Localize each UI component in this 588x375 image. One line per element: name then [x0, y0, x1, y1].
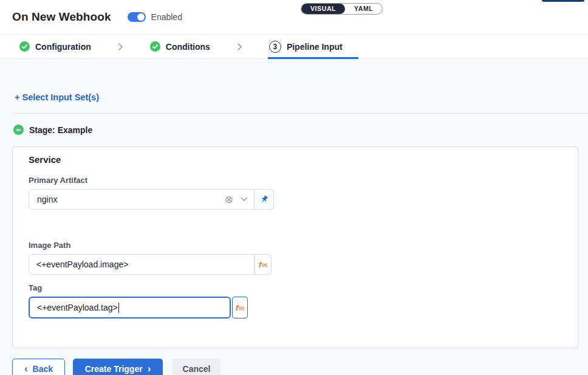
fx-sub-glyph: (x): [239, 306, 244, 310]
chevron-left-icon: ‹: [24, 363, 28, 374]
cd-stage-icon: ∞: [13, 125, 24, 135]
expression-fx-button[interactable]: f(x): [255, 254, 272, 275]
fx-sub-glyph: (x): [262, 263, 267, 267]
tab-pipeline-input[interactable]: 3 Pipeline Input: [268, 35, 358, 58]
main-content: + Select Input Set(s) ∞ Stage: Example S…: [0, 59, 588, 375]
select-input-sets-link[interactable]: + Select Input Set(s): [15, 91, 99, 103]
image-path-label: Image Path: [29, 241, 562, 250]
wizard-tabbar: Configuration Conditions 3 Pipeline Inpu…: [0, 35, 588, 59]
back-button[interactable]: ‹ Back: [12, 359, 65, 375]
create-trigger-label: Create Trigger: [85, 364, 143, 374]
tag-label: Tag: [29, 283, 562, 292]
page-title: On New Webhook: [12, 10, 111, 24]
primary-artifact-label: Primary Artifact: [29, 176, 562, 185]
image-path-control: f(x): [29, 254, 562, 275]
back-label: Back: [33, 364, 53, 374]
fx-glyph: f: [236, 303, 238, 312]
create-trigger-button[interactable]: Create Trigger ›: [73, 359, 163, 375]
check-icon: [19, 41, 30, 52]
yaml-tab[interactable]: YAML: [345, 4, 382, 14]
primary-artifact-input[interactable]: [37, 194, 225, 204]
tag-control: <+eventPayload.tag> f(x): [29, 297, 562, 318]
tab-configuration[interactable]: Configuration: [18, 35, 92, 58]
primary-artifact-select: ⊗: [29, 189, 255, 210]
toggle-knob: [137, 13, 145, 21]
stage-label: Stage: Example: [29, 125, 92, 135]
tab-label: Configuration: [35, 42, 91, 52]
tab-conditions[interactable]: Conditions: [149, 35, 211, 58]
check-icon: [150, 41, 160, 52]
chevron-right-icon: [236, 35, 243, 58]
chevron-right-icon: ›: [148, 363, 151, 374]
pin-icon: [258, 193, 270, 205]
tab-label: Pipeline Input: [287, 42, 343, 52]
visual-tab[interactable]: VISUAL: [301, 4, 345, 14]
service-card: Service Primary Artifact ⊗ Image Path f(…: [12, 146, 578, 348]
chevron-right-icon: [117, 35, 124, 58]
enabled-toggle-wrap: Enabled: [128, 12, 182, 22]
step-number-badge: 3: [269, 41, 281, 53]
text-cursor: [118, 303, 120, 313]
service-heading: Service: [29, 154, 562, 165]
enabled-toggle[interactable]: [128, 12, 146, 22]
image-path-input[interactable]: [36, 260, 247, 269]
fx-glyph: f: [259, 260, 261, 269]
expression-fx-button[interactable]: f(x): [232, 297, 248, 318]
tab-label: Conditions: [166, 42, 210, 52]
chevron-down-icon[interactable]: [241, 197, 248, 202]
partial-button-top-right[interactable]: [542, 0, 584, 2]
cancel-button[interactable]: Cancel: [173, 359, 220, 375]
cancel-label: Cancel: [183, 364, 211, 374]
primary-artifact-control: ⊗: [29, 189, 562, 210]
image-path-box: [29, 254, 255, 275]
clear-icon[interactable]: ⊗: [225, 194, 233, 205]
tag-value: <+eventPayload.tag>: [37, 303, 118, 312]
header: On New Webhook Enabled VISUAL YAML: [0, 0, 588, 35]
footer: ‹ Back Create Trigger › Cancel: [12, 359, 588, 375]
stage-row: ∞ Stage: Example: [13, 125, 588, 135]
divider: [12, 113, 588, 114]
view-switch: VISUAL YAML: [301, 3, 383, 15]
enabled-label: Enabled: [151, 12, 182, 22]
pin-button[interactable]: [255, 189, 274, 210]
tag-input[interactable]: <+eventPayload.tag>: [29, 297, 231, 318]
